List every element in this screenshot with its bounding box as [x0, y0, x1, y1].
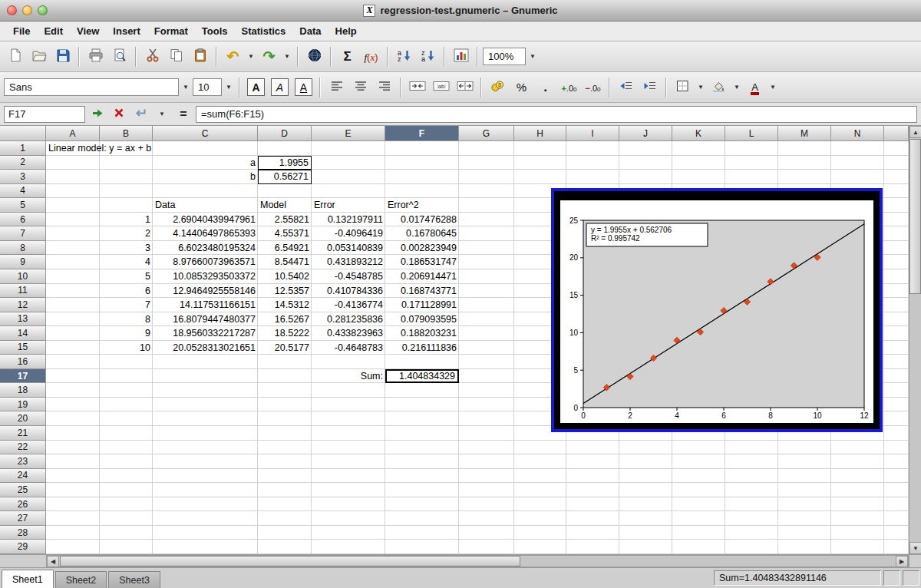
- row-header-12[interactable]: 12: [0, 298, 46, 312]
- row-header-23[interactable]: 23: [0, 454, 46, 469]
- cell-E10[interactable]: -0.4548785: [312, 269, 385, 284]
- print-preview-button[interactable]: [108, 45, 130, 68]
- align-right-button[interactable]: [373, 76, 395, 99]
- sheet-tab-sheet2[interactable]: Sheet2: [55, 571, 107, 588]
- cancel-button[interactable]: [110, 105, 128, 124]
- align-center-button[interactable]: [349, 76, 371, 99]
- row-header-26[interactable]: 26: [0, 497, 46, 512]
- row-header-18[interactable]: 18: [0, 383, 46, 398]
- cell-C15[interactable]: 20.0528313021651: [153, 341, 258, 355]
- cell-F9[interactable]: 0.186531747: [385, 255, 459, 269]
- cell-F5[interactable]: Error^2: [385, 198, 459, 213]
- col-header-C[interactable]: C: [153, 126, 258, 141]
- row-header-3[interactable]: 3: [0, 170, 46, 184]
- row-header-4[interactable]: 4: [0, 184, 46, 199]
- cell-F12[interactable]: 0.171128991: [385, 298, 459, 312]
- cell-E13[interactable]: 0.281235836: [312, 312, 385, 327]
- row-header-10[interactable]: 10: [0, 269, 46, 284]
- col-header-D[interactable]: D: [258, 126, 312, 141]
- cell-B11[interactable]: 6: [100, 284, 153, 299]
- cell-D8[interactable]: 6.54921: [258, 241, 312, 256]
- cell-B13[interactable]: 8: [100, 312, 153, 327]
- cell-A1[interactable]: Linear model: y = ax + b: [46, 141, 258, 156]
- row-header-1[interactable]: 1: [0, 141, 46, 156]
- cell-B7[interactable]: 2: [100, 226, 153, 241]
- print-button[interactable]: [84, 45, 107, 68]
- formula-input[interactable]: =sum(F6:F15): [196, 106, 917, 123]
- cell-D5[interactable]: Model: [258, 198, 312, 213]
- cell-B14[interactable]: 9: [100, 326, 153, 341]
- paste-button[interactable]: [189, 45, 211, 68]
- cell-E9[interactable]: 0.431893212: [312, 255, 385, 269]
- chart-button[interactable]: [450, 45, 472, 68]
- row-header-17[interactable]: 17: [0, 369, 46, 384]
- cell-E8[interactable]: 0.053140839: [312, 241, 385, 256]
- close-button[interactable]: [7, 5, 17, 15]
- row-header-14[interactable]: 14: [0, 326, 46, 341]
- minimize-button[interactable]: [22, 5, 32, 15]
- accept-button[interactable]: [131, 105, 150, 124]
- cell-B6[interactable]: 1: [100, 213, 153, 227]
- col-header-I[interactable]: I: [566, 126, 619, 141]
- cell-F11[interactable]: 0.168743771: [385, 284, 459, 299]
- col-header-N[interactable]: N: [831, 126, 884, 141]
- zoom-dropdown[interactable]: ▼: [527, 45, 538, 68]
- borders-button[interactable]: [672, 76, 694, 99]
- row-header-25[interactable]: 25: [0, 483, 46, 497]
- sheet-tab-sheet1[interactable]: Sheet1: [2, 570, 54, 588]
- cell-F8[interactable]: 0.002823949: [385, 241, 459, 256]
- cell-B10[interactable]: 5: [100, 269, 153, 284]
- cell-C2[interactable]: a: [153, 156, 258, 170]
- cell-D13[interactable]: 16.5267: [258, 312, 312, 327]
- center-across-button[interactable]: ab: [430, 76, 452, 99]
- menu-statistics[interactable]: Statistics: [235, 23, 293, 39]
- row-header-15[interactable]: 15: [0, 341, 46, 355]
- font-color-dropdown[interactable]: ▼: [768, 76, 778, 99]
- cell-E12[interactable]: -0.4136774: [312, 298, 385, 312]
- cell-C3[interactable]: b: [153, 170, 258, 184]
- sort-ascending-button[interactable]: az: [393, 45, 415, 68]
- cell-B8[interactable]: 3: [100, 241, 153, 256]
- cell-C13[interactable]: 16.8079447480377: [153, 312, 258, 327]
- cell-F6[interactable]: 0.017476288: [385, 213, 459, 227]
- row-header-8[interactable]: 8: [0, 241, 46, 256]
- cell-D15[interactable]: 20.5177: [258, 341, 312, 355]
- undo-button[interactable]: ↶: [222, 45, 244, 68]
- cell-F7[interactable]: 0.16780645: [385, 226, 459, 241]
- cell-D3[interactable]: 0.56271: [258, 170, 312, 184]
- row-header-11[interactable]: 11: [0, 284, 46, 299]
- cell-name-box[interactable]: F17: [4, 106, 85, 123]
- col-header-A[interactable]: A: [46, 126, 100, 141]
- cell-B15[interactable]: 10: [100, 341, 153, 355]
- menu-data[interactable]: Data: [292, 23, 328, 39]
- decrease-indent-button[interactable]: [615, 76, 637, 99]
- sort-descending-button[interactable]: za: [417, 45, 439, 68]
- col-header-J[interactable]: J: [619, 126, 672, 141]
- borders-dropdown[interactable]: ▼: [695, 76, 706, 99]
- font-name-dropdown[interactable]: ▼: [180, 76, 191, 99]
- cut-button[interactable]: [141, 45, 163, 68]
- background-color-dropdown[interactable]: ▼: [731, 76, 742, 99]
- format-currency-button[interactable]: $: [487, 76, 509, 99]
- cell-C6[interactable]: 2.69040439947961: [153, 213, 258, 227]
- format-percent-button[interactable]: %: [510, 76, 533, 99]
- cell-B12[interactable]: 7: [100, 298, 153, 312]
- col-header-E[interactable]: E: [312, 126, 385, 141]
- sheet-tab-sheet3[interactable]: Sheet3: [108, 571, 160, 588]
- col-header-H[interactable]: H: [514, 126, 566, 141]
- cell-C14[interactable]: 18.9560332217287: [153, 326, 258, 341]
- cell-F14[interactable]: 0.188203231: [385, 326, 459, 341]
- function-button[interactable]: f(x): [360, 45, 382, 68]
- row-header-9[interactable]: 9: [0, 255, 46, 269]
- cell-D14[interactable]: 18.5222: [258, 326, 312, 341]
- increase-decimals-button[interactable]: +.00: [558, 76, 580, 99]
- menu-insert[interactable]: Insert: [106, 23, 147, 39]
- row-header-29[interactable]: 29: [0, 540, 46, 554]
- cell-C8[interactable]: 6.6023480195324: [153, 241, 258, 256]
- menu-help[interactable]: Help: [328, 23, 364, 39]
- cell-E6[interactable]: 0.132197911: [312, 213, 385, 227]
- menu-edit[interactable]: Edit: [37, 23, 70, 39]
- cell-C7[interactable]: 4.14406497865393: [153, 226, 258, 241]
- row-header-7[interactable]: 7: [0, 226, 46, 241]
- header-corner[interactable]: [0, 126, 46, 141]
